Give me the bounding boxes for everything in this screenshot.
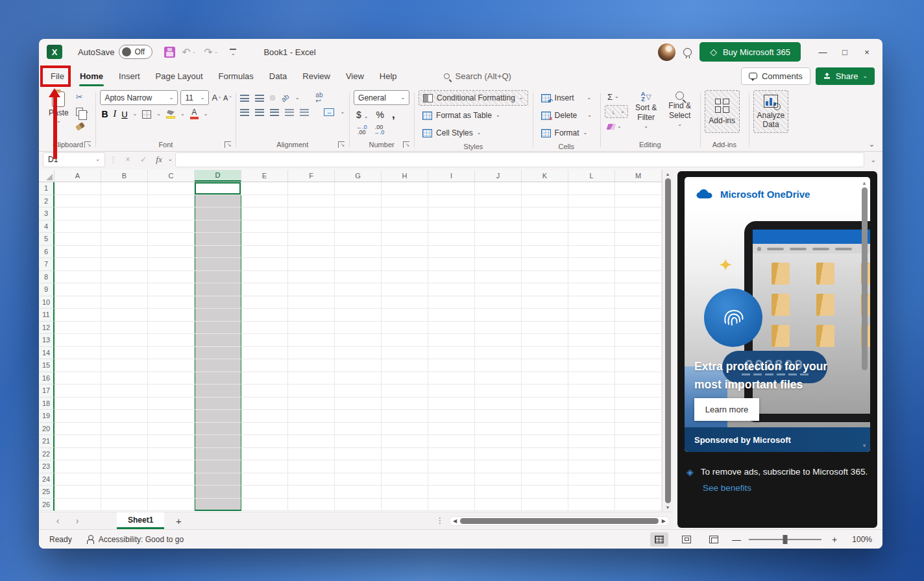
cell[interactable] <box>382 233 428 246</box>
autosave-control[interactable]: AutoSave Off <box>78 45 152 59</box>
cell[interactable] <box>382 309 428 322</box>
expand-formula-bar-button[interactable]: ⌄ <box>867 156 880 163</box>
cell[interactable] <box>55 182 101 195</box>
buy-microsoft-365-button[interactable]: ◇ Buy Microsoft 365 <box>699 42 801 62</box>
cell[interactable] <box>522 208 568 220</box>
cell[interactable] <box>195 182 241 195</box>
cell[interactable] <box>101 322 148 335</box>
formula-input[interactable] <box>175 152 864 167</box>
cell[interactable] <box>522 385 568 397</box>
cell[interactable] <box>428 499 475 512</box>
vertical-scrollbar[interactable]: ▲ ▼ <box>662 170 673 512</box>
cell[interactable] <box>615 322 662 335</box>
cell[interactable] <box>382 448 428 461</box>
cell[interactable] <box>241 233 288 246</box>
cell[interactable] <box>428 486 475 499</box>
cell[interactable] <box>195 283 241 296</box>
cell[interactable] <box>101 334 148 347</box>
cell[interactable] <box>335 195 382 208</box>
cell[interactable] <box>241 334 288 347</box>
cell[interactable] <box>195 460 241 473</box>
align-left-button[interactable] <box>240 109 249 116</box>
insert-function-button[interactable]: fx <box>152 154 165 165</box>
cell[interactable] <box>335 182 382 195</box>
cell[interactable] <box>428 296 475 309</box>
cell[interactable] <box>522 435 568 448</box>
cell[interactable] <box>55 385 101 397</box>
column-header[interactable]: A <box>55 170 101 182</box>
cell[interactable] <box>288 448 335 461</box>
ad-scroll-thumb[interactable] <box>862 187 868 370</box>
cell[interactable] <box>522 448 568 461</box>
cell-styles-button[interactable]: Cell Styles ⌄ <box>419 125 528 141</box>
menu-tab[interactable]: Home <box>72 67 111 86</box>
cell[interactable] <box>241 322 288 335</box>
cell[interactable] <box>428 258 475 271</box>
cell[interactable] <box>475 359 522 372</box>
chevron-down-icon[interactable]: ⌄ <box>133 112 138 117</box>
accounting-format-button[interactable]: $ ⌄ <box>356 110 368 120</box>
cell[interactable] <box>615 473 662 486</box>
row-header[interactable]: 10 <box>39 296 55 309</box>
cell[interactable] <box>335 473 382 486</box>
alignment-dialog-launcher[interactable]: ↘ <box>338 141 345 148</box>
cell[interactable] <box>148 258 195 271</box>
cell[interactable] <box>335 448 382 461</box>
fill-button[interactable]: ↓⌄ <box>605 105 628 118</box>
cell[interactable] <box>241 460 288 473</box>
cell[interactable] <box>568 423 615 436</box>
cell[interactable] <box>615 182 662 195</box>
row-header[interactable]: 9 <box>39 283 55 296</box>
middle-align-button[interactable] <box>255 95 264 102</box>
cell[interactable] <box>615 460 662 473</box>
bold-button[interactable]: B <box>101 109 108 119</box>
cell[interactable] <box>428 208 475 220</box>
cell[interactable] <box>288 347 335 360</box>
cell[interactable] <box>195 220 241 233</box>
cell[interactable] <box>55 283 101 296</box>
cell[interactable] <box>195 435 241 448</box>
cell[interactable] <box>241 296 288 309</box>
cell[interactable] <box>148 246 195 259</box>
cell[interactable] <box>241 195 288 208</box>
cell[interactable] <box>475 208 522 220</box>
cell[interactable] <box>288 460 335 473</box>
cell[interactable] <box>101 372 148 385</box>
cell[interactable] <box>568 322 615 335</box>
search-box[interactable]: Search (Alt+Q) <box>444 71 511 81</box>
cell[interactable] <box>241 220 288 233</box>
cell[interactable] <box>101 220 148 233</box>
cell[interactable] <box>195 271 241 284</box>
column-header[interactable]: H <box>382 170 428 182</box>
cell[interactable] <box>568 220 615 233</box>
cell[interactable] <box>382 499 428 512</box>
scroll-left-icon[interactable]: ◀ <box>453 518 457 524</box>
cell[interactable] <box>475 448 522 461</box>
cell[interactable] <box>335 334 382 347</box>
cell[interactable] <box>568 309 615 322</box>
cell[interactable] <box>568 334 615 347</box>
cell[interactable] <box>148 195 195 208</box>
column-header[interactable]: F <box>288 170 335 182</box>
menu-tab[interactable]: Help <box>372 67 405 86</box>
cell[interactable] <box>195 385 241 397</box>
insert-cells-button[interactable]: ↶ Insert ⌄ <box>537 90 596 106</box>
cell[interactable] <box>382 460 428 473</box>
cell[interactable] <box>568 195 615 208</box>
cell[interactable] <box>615 195 662 208</box>
cell[interactable] <box>101 397 148 410</box>
cell[interactable] <box>568 347 615 360</box>
cell[interactable] <box>55 233 101 246</box>
cell[interactable] <box>475 499 522 512</box>
addins-button[interactable]: Add-ins <box>705 90 740 133</box>
cell[interactable] <box>288 182 335 195</box>
cell[interactable] <box>55 359 101 372</box>
cell[interactable] <box>475 334 522 347</box>
row-header[interactable]: 25 <box>39 486 55 499</box>
cell[interactable] <box>475 182 522 195</box>
cut-button[interactable]: ✂ <box>74 90 91 103</box>
cell[interactable] <box>288 385 335 397</box>
cell[interactable] <box>428 410 475 423</box>
cell[interactable] <box>195 208 241 220</box>
cell[interactable] <box>55 435 101 448</box>
